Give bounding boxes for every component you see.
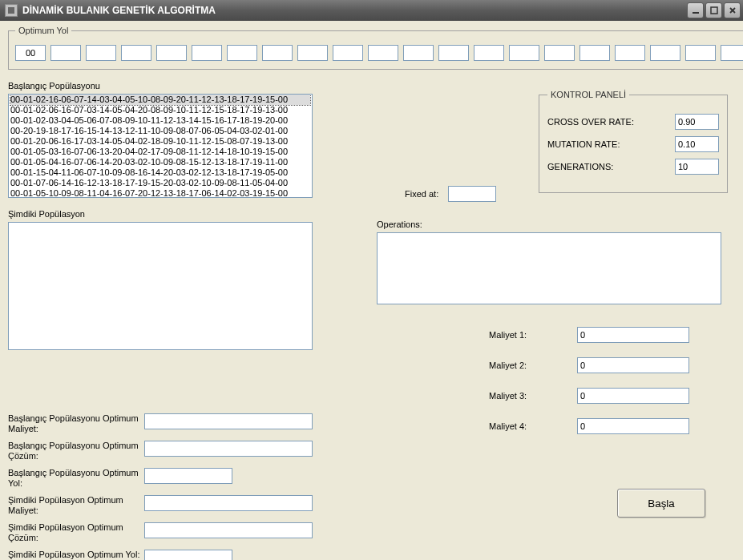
- optimum-yol-group: Optimum Yol 00 00: [8, 26, 743, 70]
- operations-label: Operations:: [377, 220, 721, 229]
- opt-box-18[interactable]: [650, 45, 680, 61]
- crossover-input[interactable]: [675, 114, 719, 130]
- bp-opt-yol-label: Başlangıç Popülasyonu Optimum Yol:: [8, 468, 144, 489]
- maliyet4-input[interactable]: [577, 418, 689, 434]
- svg-rect-2: [711, 7, 717, 14]
- opt-box-7[interactable]: [262, 45, 293, 61]
- bp-opt-cozum-input[interactable]: [144, 441, 313, 457]
- maliyet3-input[interactable]: [577, 388, 689, 404]
- list-item[interactable]: 00-01-15-04-11-06-07-10-09-08-16-14-20-0…: [10, 167, 310, 178]
- list-item[interactable]: 00-01-02-03-04-05-06-07-08-09-10-11-12-1…: [10, 115, 310, 126]
- maliyet2-label: Maliyet 2:: [489, 361, 577, 370]
- opt-box-8[interactable]: [297, 45, 328, 61]
- start-button-label: Başla: [648, 498, 674, 510]
- sp-opt-maliyet-label: Şimdiki Popülasyon Optimum Maliyet:: [8, 495, 144, 516]
- opt-box-2[interactable]: [86, 45, 116, 61]
- list-item[interactable]: 00-01-02-06-16-07-03-14-05-04-20-08-09-1…: [10, 105, 310, 115]
- generations-label: GENERATIONS:: [547, 162, 675, 171]
- kontrol-panel-group: KONTROL PANELİ CROSS OVER RATE: MUTATION…: [539, 90, 728, 193]
- window-title: DİNAMİK BULANIK GENETİK ALGORİTMA: [22, 5, 685, 16]
- opt-box-0[interactable]: 00: [15, 45, 46, 61]
- sp-opt-cozum-input[interactable]: [144, 522, 313, 538]
- maliyet1-label: Maliyet 1:: [489, 330, 577, 340]
- bp-opt-yol-input[interactable]: [144, 468, 232, 484]
- optimum-yol-boxes: 00 00: [15, 42, 743, 61]
- opt-box-12[interactable]: [438, 45, 469, 61]
- opt-box-6[interactable]: [227, 45, 257, 61]
- opt-box-20[interactable]: [721, 45, 743, 61]
- bp-opt-cozum-label: Başlangıç Popülasyonu Optimum Çözüm:: [8, 441, 144, 461]
- opt-box-14[interactable]: [509, 45, 539, 61]
- optimum-yol-legend: Optimum Yol: [15, 26, 71, 35]
- close-button[interactable]: [724, 2, 741, 18]
- list-item[interactable]: 00-01-05-04-16-07-06-14-20-03-02-10-09-0…: [10, 157, 310, 167]
- opt-box-4[interactable]: [156, 45, 187, 61]
- list-item[interactable]: 00-01-20-06-16-17-03-14-05-04-02-18-09-1…: [10, 136, 310, 147]
- bp-opt-maliyet-input[interactable]: [144, 413, 313, 429]
- list-item[interactable]: 00-01-05-03-16-07-06-13-20-04-02-17-09-0…: [10, 147, 310, 157]
- crossover-label: CROSS OVER RATE:: [547, 117, 675, 127]
- window-titlebar: DİNAMİK BULANIK GENETİK ALGORİTMA: [0, 0, 743, 21]
- opt-box-9[interactable]: [333, 45, 363, 61]
- maliyet2-input[interactable]: [577, 357, 689, 373]
- list-item[interactable]: 00-01-02-16-06-07-14-03-04-05-10-08-09-2…: [10, 95, 310, 105]
- generations-input[interactable]: [675, 159, 719, 175]
- list-item[interactable]: 00-01-05-10-09-08-11-04-16-07-20-12-13-1…: [10, 188, 310, 198]
- sp-opt-yol-label: Şimdiki Popülasyon Optimum Yol:: [8, 550, 144, 560]
- simdiki-pop-listbox[interactable]: [8, 222, 313, 350]
- opt-box-5[interactable]: [192, 45, 222, 61]
- opt-box-19[interactable]: [685, 45, 716, 61]
- sp-opt-maliyet-input[interactable]: [144, 495, 313, 511]
- operations-textbox[interactable]: [377, 232, 721, 304]
- mutation-input[interactable]: [675, 136, 719, 152]
- list-item[interactable]: 00-01-07-06-14-16-12-13-18-17-19-15-20-0…: [10, 178, 310, 188]
- kontrol-panel-legend: KONTROL PANELİ: [547, 90, 629, 99]
- list-item[interactable]: 00-20-19-18-17-16-15-14-13-12-11-10-09-0…: [10, 126, 310, 136]
- maximize-button[interactable]: [705, 2, 722, 18]
- maliyet3-label: Maliyet 3:: [489, 391, 577, 401]
- maliyet1-input[interactable]: [577, 327, 689, 343]
- opt-box-17[interactable]: [615, 45, 645, 61]
- svg-rect-1: [693, 12, 699, 14]
- opt-box-3[interactable]: [121, 45, 151, 61]
- opt-box-15[interactable]: [544, 45, 575, 61]
- opt-box-11[interactable]: [403, 45, 434, 61]
- minimize-button[interactable]: [687, 2, 704, 18]
- fixed-at-input[interactable]: [448, 186, 496, 202]
- opt-box-16[interactable]: [579, 45, 610, 61]
- opt-box-13[interactable]: [474, 45, 504, 61]
- mutation-label: MUTATION RATE:: [547, 139, 675, 149]
- simdiki-pop-label: Şimdiki Popülasyon: [8, 209, 735, 219]
- sp-opt-yol-input[interactable]: [144, 550, 232, 560]
- bp-opt-maliyet-label: Başlangıç Popülasyonu Optimum Maliyet:: [8, 413, 144, 434]
- baslangic-pop-listbox[interactable]: 00-01-02-16-06-07-14-03-04-05-10-08-09-2…: [8, 94, 313, 198]
- fixed-at-label: Fixed at:: [405, 189, 438, 199]
- start-button[interactable]: Başla: [617, 489, 705, 518]
- app-icon: [5, 4, 18, 17]
- opt-box-10[interactable]: [368, 45, 398, 61]
- sp-opt-cozum-label: Şimdiki Popülasyon Optimum Çözüm:: [8, 522, 144, 543]
- svg-rect-0: [8, 7, 14, 14]
- maliyet4-label: Maliyet 4:: [489, 421, 577, 431]
- opt-box-1[interactable]: [50, 45, 81, 61]
